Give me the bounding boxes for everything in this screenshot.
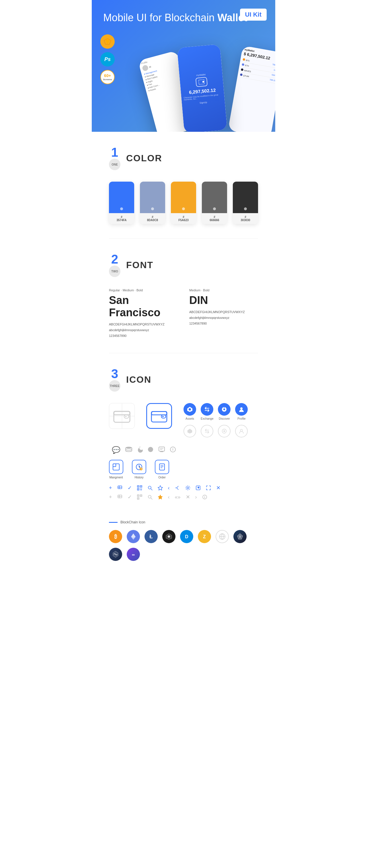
expand-icon (206, 485, 211, 490)
svg-point-22 (125, 447, 132, 449)
svg-line-64 (151, 498, 152, 499)
management-icon-item: Mangment (109, 460, 123, 479)
font-sf-lower: abcdefghijklmnopqrstuvwxyz (109, 328, 178, 333)
back-icon-gray: ‹ (168, 494, 170, 500)
svg-text:i: i (204, 496, 205, 499)
upload-icon (196, 485, 201, 490)
phones-mockup: Profile AI ● Management ● Message ● Red … (143, 40, 275, 132)
plus-icon: + (109, 485, 112, 491)
plus-icon-gray: + (109, 494, 112, 500)
search-icon (147, 485, 152, 490)
svg-rect-58 (138, 495, 139, 496)
icon-wallet-outline-container (109, 403, 135, 429)
svg-rect-41 (138, 486, 139, 487)
circle-icon (147, 446, 154, 454)
blockchain-label: BlockChain Icon (109, 520, 258, 524)
info-circle-icon: i (170, 446, 176, 454)
svg-text:∞: ∞ (132, 552, 135, 557)
svg-rect-47 (141, 489, 142, 489)
dash-icon: D (180, 530, 193, 543)
color-section: 1 ONE COLOR #3574FA #8DA0C8 #F5A623 #666… (92, 132, 275, 238)
svg-rect-8 (151, 412, 167, 422)
font-din-lower: abcdefghijklmnopqrstuvwxyz (189, 315, 258, 321)
color-section-header: 1 ONE COLOR (109, 146, 258, 170)
discover-icon-outline (218, 425, 230, 437)
color-swatch-blue: #3574FA (109, 182, 134, 224)
exchange-icon-outline (201, 425, 213, 437)
history-icon (132, 460, 146, 474)
forward-icon: › (195, 494, 197, 500)
chat-bubble-icon (158, 446, 165, 454)
blockchain-line-decoration (109, 522, 117, 523)
svg-rect-9 (151, 412, 167, 415)
font-din-nums: 1234567890 (189, 321, 258, 327)
settings-icon (185, 485, 190, 490)
close-icon: ✕ (216, 485, 221, 491)
misc-icons-row: 💬 i (109, 446, 258, 454)
svg-rect-43 (141, 486, 141, 487)
svg-point-17 (240, 407, 243, 410)
management-label: Mangment (109, 476, 123, 479)
moon-icon (137, 446, 143, 454)
svg-point-20 (223, 431, 225, 432)
check-icon-gray: ✓ (128, 494, 132, 500)
discover-label: Discover (219, 417, 230, 420)
qr-icon (137, 485, 142, 490)
hero-section: Mobile UI for Blockchain Wallet UI Kit P… (92, 0, 275, 132)
svg-rect-3 (202, 81, 204, 83)
blockchain-section: BlockChain Icon ₿ Ł D Z (92, 517, 275, 572)
color-swatch-gray-blue: #8DA0C8 (140, 182, 165, 224)
star-icon-filled (158, 494, 163, 500)
bitcoin-icon: ₿ (109, 530, 122, 543)
color-swatch-dark: #303030 (233, 182, 258, 224)
search-icon-gray (147, 494, 152, 500)
font-din-upper: ABCDEFGHIJKLMNOPQRSTUVWXYZ (189, 309, 258, 315)
speech-bubble-icon: 💬 (112, 446, 120, 454)
ui-kit-badge: UI Kit (240, 9, 266, 21)
svg-text:₿: ₿ (114, 534, 117, 539)
svg-marker-18 (188, 429, 192, 433)
color-swatch-gray: #666666 (202, 182, 227, 224)
order-label: Order (158, 476, 166, 479)
assets-icon (184, 403, 196, 416)
litecoin-icon: Ł (144, 530, 158, 543)
phone-right: myWallet $ 6,297,502.12 BTC 788-2003 ETH… (228, 45, 275, 132)
icon-title: ICON (126, 374, 151, 385)
history-icon-item: History (132, 460, 146, 479)
svg-point-7 (125, 416, 126, 417)
waves-icon (109, 548, 122, 561)
share-icon (175, 485, 180, 490)
nav-icons-group: Assets Exchange Discover (184, 403, 248, 437)
wallet-outline-icon (113, 409, 131, 423)
font-din-name: DIN (189, 294, 258, 307)
svg-rect-46 (140, 489, 141, 489)
font-din-style: Medium · Bold (189, 288, 258, 292)
stack-icon (125, 446, 133, 454)
blackcoin-icon (162, 530, 175, 543)
edit-icon-gray (117, 494, 122, 500)
exchange-icon-item: Exchange (201, 403, 213, 420)
font-san-francisco: Regular · Medium · Bold San Francisco AB… (109, 288, 178, 339)
icon-wallet-filled-container (146, 403, 172, 429)
icon-section-header: 3 THREE ICON (109, 368, 258, 392)
crypto-icons-row: ₿ Ł D Z (109, 530, 258, 561)
color-swatch-orange: #F5A623 (171, 182, 196, 224)
font-din: Medium · Bold DIN ABCDEFGHIJKLMNOPQRSTUV… (189, 288, 258, 339)
svg-rect-4 (114, 411, 130, 422)
management-icon (109, 460, 123, 474)
tool-badges: Ps 60+ Screens (101, 34, 115, 84)
svg-point-11 (162, 416, 164, 417)
svg-text:D: D (185, 534, 188, 539)
utility-icons-gray: + ✓ ‹ «» ✕ › i (109, 494, 258, 500)
svg-point-52 (187, 487, 189, 489)
section-number-3: 3 THREE (109, 368, 120, 392)
ps-badge: Ps (101, 52, 115, 66)
assets-label: Assets (186, 417, 194, 420)
info-icon: i (202, 494, 207, 500)
svg-point-13 (189, 408, 191, 410)
blockchain-text: BlockChain Icon (120, 520, 145, 524)
svg-rect-62 (138, 498, 139, 499)
assets-icon-item: Assets (184, 403, 196, 420)
color-swatches: #3574FA #8DA0C8 #F5A623 #666666 #303030 (109, 182, 258, 224)
font-sf-upper: ABCDEFGHIJKLMNOPQRSTUVWXYZ (109, 322, 178, 328)
